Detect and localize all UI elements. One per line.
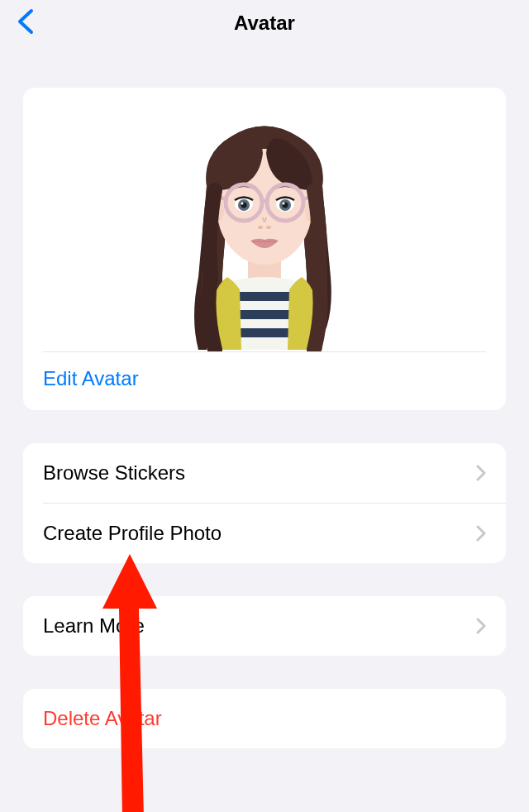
browse-stickers-item[interactable]: Browse Stickers <box>23 443 506 503</box>
edit-avatar-row: Edit Avatar <box>23 352 506 410</box>
chevron-right-icon <box>476 465 486 481</box>
delete-card: Delete Avatar <box>23 689 506 748</box>
header: Avatar <box>0 0 529 46</box>
chevron-right-icon <box>476 525 486 542</box>
svg-point-19 <box>241 203 244 205</box>
actions-card: Browse Stickers Create Profile Photo <box>23 443 506 563</box>
create-profile-photo-item[interactable]: Create Profile Photo <box>23 504 506 563</box>
content: Edit Avatar Browse Stickers Create Profi… <box>0 88 529 748</box>
svg-point-22 <box>266 226 271 229</box>
svg-point-21 <box>258 226 263 229</box>
delete-avatar-label: Delete Avatar <box>43 707 162 730</box>
edit-avatar-link[interactable]: Edit Avatar <box>43 367 139 389</box>
avatar-card: Edit Avatar <box>23 88 506 410</box>
chevron-right-icon <box>476 618 486 634</box>
svg-point-20 <box>283 203 285 205</box>
page-title: Avatar <box>0 12 529 35</box>
avatar-image <box>165 112 364 351</box>
svg-rect-1 <box>233 292 296 301</box>
avatar-preview <box>43 88 486 352</box>
svg-rect-2 <box>231 310 298 319</box>
learn-more-item[interactable]: Learn More <box>23 596 506 656</box>
learn-more-card: Learn More <box>23 596 506 656</box>
delete-avatar-item[interactable]: Delete Avatar <box>23 689 506 748</box>
chevron-left-icon <box>17 8 35 35</box>
learn-more-label: Learn More <box>43 614 145 638</box>
browse-stickers-label: Browse Stickers <box>43 461 185 485</box>
create-profile-photo-label: Create Profile Photo <box>43 522 222 545</box>
back-button[interactable] <box>17 8 35 38</box>
